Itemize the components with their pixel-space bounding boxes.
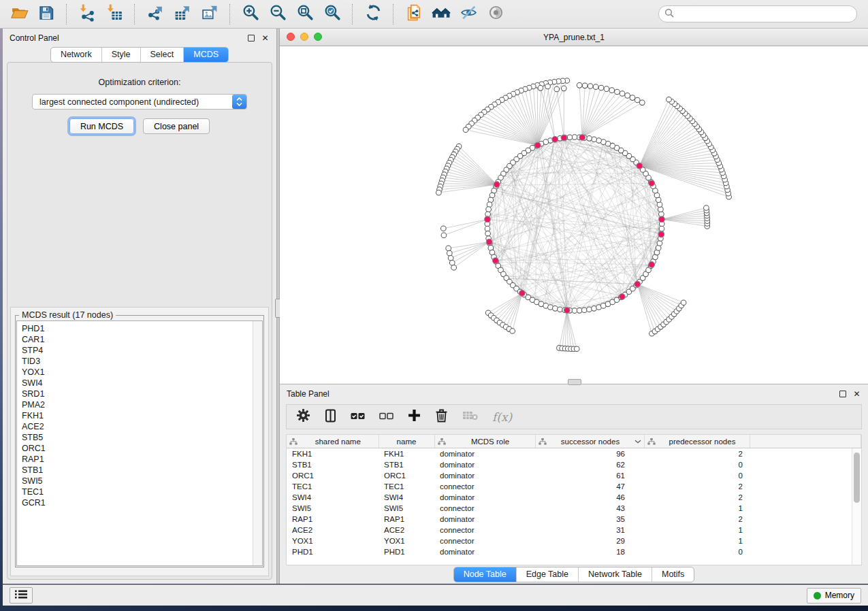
- table-cell[interactable]: 29: [535, 535, 644, 546]
- table-row[interactable]: PHD1PHD1dominator180: [287, 546, 861, 557]
- search-box[interactable]: [658, 5, 857, 22]
- table-scrollbar[interactable]: [852, 448, 861, 565]
- table-cell[interactable]: YOX1: [287, 535, 379, 546]
- close-panel-button[interactable]: Close panel: [143, 118, 210, 134]
- network-canvas[interactable]: [280, 46, 868, 384]
- column-header-name[interactable]: name: [379, 435, 434, 448]
- table-cell[interactable]: YOX1: [379, 535, 434, 546]
- float-panel-button[interactable]: [246, 33, 255, 42]
- table-cell[interactable]: connector: [434, 481, 535, 492]
- table-cell[interactable]: dominator: [434, 492, 535, 503]
- table-cell[interactable]: connector: [434, 535, 535, 546]
- table-cell[interactable]: connector: [434, 525, 535, 535]
- mcds-result-item[interactable]: TID3: [22, 356, 262, 367]
- table-cell[interactable]: 62: [535, 459, 644, 470]
- table-cell[interactable]: PHD1: [379, 546, 434, 557]
- table-cell[interactable]: ACE2: [287, 525, 379, 535]
- table-cell[interactable]: STB1: [379, 459, 434, 470]
- table-row[interactable]: SWI5SWI5connector431: [287, 503, 861, 514]
- table-cell[interactable]: 2: [644, 492, 750, 503]
- mcds-result-item[interactable]: SWI5: [22, 476, 262, 486]
- tab-network-table[interactable]: Network Table: [579, 567, 652, 582]
- table-cell[interactable]: STB1: [287, 459, 379, 470]
- table-cell[interactable]: 35: [535, 514, 644, 525]
- float-table-panel-button[interactable]: [838, 389, 847, 398]
- mcds-result-item[interactable]: GCR1: [22, 497, 262, 508]
- table-cell[interactable]: dominator: [434, 546, 535, 557]
- table-cell[interactable]: PHD1: [287, 546, 379, 557]
- mcds-result-item[interactable]: PHD1: [22, 323, 262, 334]
- refresh-view-button[interactable]: [361, 3, 385, 26]
- select-all-rows-button[interactable]: [351, 411, 365, 423]
- table-row[interactable]: TEC1TEC1connector472: [287, 481, 861, 492]
- column-header-shared-name[interactable]: shared name: [287, 435, 379, 448]
- export-network-button[interactable]: [144, 3, 167, 26]
- export-image-button[interactable]: [198, 3, 221, 26]
- table-cell[interactable]: 1: [644, 525, 750, 535]
- hide-selected-button[interactable]: [457, 3, 480, 26]
- table-cell[interactable]: dominator: [434, 459, 535, 470]
- table-cell[interactable]: TEC1: [379, 481, 434, 492]
- table-cell[interactable]: 31: [535, 525, 644, 535]
- mcds-result-item[interactable]: STP4: [22, 345, 262, 356]
- mcds-result-item[interactable]: ACE2: [22, 421, 262, 432]
- close-panel-icon-button[interactable]: ✕: [261, 33, 270, 42]
- tab-network[interactable]: Network: [51, 48, 102, 62]
- table-settings-button[interactable]: [296, 408, 310, 425]
- column-header-predecessor-nodes[interactable]: predecessor nodes: [644, 435, 750, 448]
- table-cell[interactable]: SWI4: [287, 492, 379, 503]
- export-table-button[interactable]: [171, 3, 194, 26]
- function-builder-button[interactable]: f(x): [492, 410, 512, 424]
- delete-column-button[interactable]: [435, 408, 448, 425]
- mcds-list-scrollbar[interactable]: [253, 321, 262, 565]
- column-header-mcds-role[interactable]: MCDS role: [434, 435, 535, 448]
- table-cell[interactable]: 43: [535, 503, 644, 514]
- new-network-from-selection-button[interactable]: [402, 3, 425, 26]
- tab-edge-table[interactable]: Edge Table: [517, 567, 579, 582]
- mcds-result-item[interactable]: TEC1: [22, 486, 262, 497]
- table-cell[interactable]: SWI5: [287, 503, 379, 514]
- run-mcds-button[interactable]: Run MCDS: [69, 118, 134, 134]
- minimize-window-icon[interactable]: [300, 33, 308, 41]
- table-cell[interactable]: dominator: [434, 448, 535, 460]
- zoom-in-button[interactable]: [239, 3, 262, 26]
- table-row[interactable]: YOX1YOX1connector291: [287, 535, 861, 546]
- toggle-columns-button[interactable]: [325, 409, 336, 425]
- zoom-out-button[interactable]: [266, 3, 289, 26]
- open-file-button[interactable]: [7, 3, 31, 26]
- table-cell[interactable]: dominator: [434, 470, 535, 481]
- table-cell[interactable]: 0: [644, 459, 750, 470]
- mcds-result-item[interactable]: YOX1: [22, 367, 262, 378]
- mcds-result-item[interactable]: STB5: [22, 432, 262, 443]
- mcds-result-item[interactable]: CAR1: [22, 334, 262, 345]
- delete-table-button[interactable]: [462, 410, 478, 423]
- close-window-icon[interactable]: [287, 33, 295, 41]
- table-cell[interactable]: 1: [644, 503, 750, 514]
- table-cell[interactable]: RAP1: [287, 514, 379, 525]
- table-cell[interactable]: dominator: [434, 514, 535, 525]
- task-history-button[interactable]: [10, 587, 33, 604]
- table-cell[interactable]: 2: [644, 514, 750, 525]
- mcds-result-item[interactable]: SWI4: [22, 378, 262, 389]
- table-row[interactable]: ACE2ACE2connector311: [287, 525, 861, 535]
- table-cell[interactable]: RAP1: [379, 514, 434, 525]
- table-cell[interactable]: 1: [644, 535, 750, 546]
- table-cell[interactable]: SWI5: [379, 503, 434, 514]
- show-all-button[interactable]: [484, 3, 507, 26]
- mcds-result-item[interactable]: STB1: [22, 465, 262, 476]
- table-cell[interactable]: 47: [535, 481, 644, 492]
- mcds-result-item[interactable]: SRD1: [22, 389, 262, 399]
- close-table-panel-button[interactable]: ✕: [852, 389, 861, 398]
- tab-style[interactable]: Style: [102, 48, 141, 62]
- table-row[interactable]: FKH1FKH1dominator962: [287, 448, 861, 460]
- table-row[interactable]: ORC1ORC1dominator610: [287, 470, 861, 481]
- table-cell[interactable]: 96: [535, 448, 644, 460]
- table-cell[interactable]: FKH1: [379, 448, 434, 460]
- table-cell[interactable]: FKH1: [287, 448, 379, 460]
- search-input[interactable]: [677, 9, 851, 20]
- optimization-criterion-select[interactable]: largest connected component (undirected): [32, 94, 247, 110]
- table-cell[interactable]: 2: [644, 448, 750, 460]
- horizontal-splitter-grip[interactable]: [568, 379, 581, 385]
- import-network-button[interactable]: [76, 3, 99, 26]
- zoom-selected-button[interactable]: [321, 3, 344, 26]
